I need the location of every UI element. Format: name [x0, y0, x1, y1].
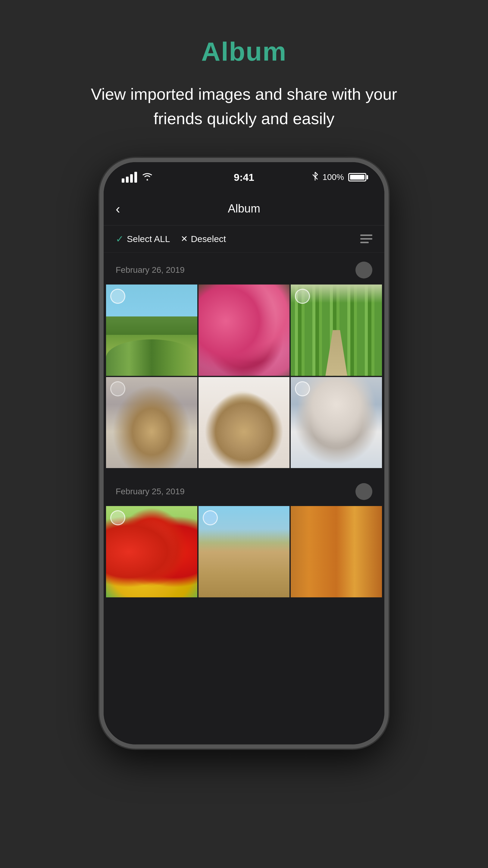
photo-select-circle-girl [295, 381, 310, 396]
signal-bar-3 [130, 174, 133, 183]
phone-mockup: 9:41 100% ‹ Album [99, 158, 389, 749]
photo-cell-building[interactable] [198, 506, 290, 597]
date-label-2: February 25, 2019 [116, 487, 185, 496]
photo-grid-1 [104, 284, 384, 468]
date-section-2: February 25, 2019 [104, 474, 384, 506]
photo-select-circle-bamboo [295, 289, 310, 304]
photo-select-circle-dog [110, 381, 125, 396]
photo-select-circle-hills [110, 289, 125, 304]
status-right: 100% [312, 172, 366, 183]
select-all-label: Select ALL [127, 234, 170, 244]
status-bar: 9:41 100% [104, 162, 384, 192]
photo-cell-flowers[interactable] [198, 284, 290, 376]
page-subtitle: View imported images and share with your… [78, 82, 410, 131]
photo-cell-tulips[interactable] [106, 506, 197, 597]
photo-cell-bamboo[interactable] [291, 284, 382, 376]
menu-line-3 [360, 242, 369, 243]
select-all-button[interactable]: ✓ Select ALL [116, 233, 170, 245]
menu-line-2 [360, 238, 372, 240]
date-section-1: February 26, 2019 [104, 253, 384, 284]
toolbar-left: ✓ Select ALL ✕ Deselect [116, 233, 226, 245]
photo-grid-2 [104, 506, 384, 597]
status-time: 9:41 [234, 172, 254, 183]
photo-cell-pancakes[interactable] [198, 377, 290, 468]
nav-title: Album [228, 202, 260, 215]
photo-cell-dog[interactable] [106, 377, 197, 468]
page-title: Album [201, 36, 287, 67]
menu-icon[interactable] [360, 235, 372, 243]
signal-bar-2 [126, 177, 129, 183]
wifi-icon [142, 172, 153, 183]
content-area: February 26, 2019 [104, 253, 384, 597]
photo-cell-tram[interactable] [291, 506, 382, 597]
photo-select-circle-tulips [110, 510, 125, 525]
signal-bars-icon [122, 172, 137, 183]
battery-percent: 100% [322, 173, 344, 182]
toolbar: ✓ Select ALL ✕ Deselect [104, 225, 384, 253]
x-icon: ✕ [181, 234, 188, 244]
signal-bar-4 [134, 172, 137, 183]
nav-bar: ‹ Album [104, 192, 384, 225]
menu-line-1 [360, 235, 372, 236]
phone-frame: 9:41 100% ‹ Album [99, 158, 389, 749]
date-circle-2[interactable] [355, 483, 372, 500]
photo-cell-hills[interactable] [106, 284, 197, 376]
status-left [122, 172, 153, 183]
photo-select-circle-building [203, 510, 218, 525]
battery-icon [348, 173, 366, 181]
date-circle-1[interactable] [355, 261, 372, 278]
deselect-label: Deselect [191, 234, 226, 244]
photo-cell-girl[interactable] [291, 377, 382, 468]
phone-screen: 9:41 100% ‹ Album [104, 162, 384, 744]
check-icon: ✓ [116, 233, 124, 245]
signal-bar-1 [122, 179, 124, 183]
back-button[interactable]: ‹ [116, 201, 120, 216]
date-label-1: February 26, 2019 [116, 265, 185, 275]
battery-fill [350, 175, 364, 180]
deselect-button[interactable]: ✕ Deselect [181, 234, 226, 244]
bluetooth-icon [312, 172, 318, 183]
